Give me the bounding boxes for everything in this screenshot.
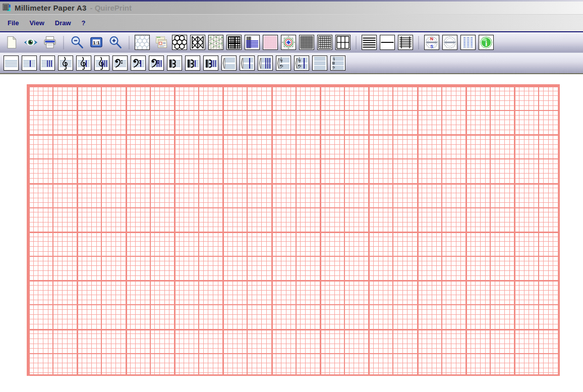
print-preview-button[interactable] <box>23 34 39 50</box>
treble-staff-bars-button[interactable] <box>94 55 109 71</box>
paper-ledger-button[interactable] <box>398 35 413 50</box>
new-page-icon <box>5 35 19 49</box>
multi-staff-icon <box>313 56 327 70</box>
title-bar: Millimeter Paper A3 - QuirePrint <box>0 2 583 14</box>
zoom-actual-icon: 1:1 <box>89 35 103 49</box>
app-window: Millimeter Paper A3 - QuirePrint FileVie… <box>0 0 583 392</box>
menu-item-help[interactable]: ? <box>82 19 86 27</box>
treble-staff-button[interactable] <box>58 55 73 71</box>
main-toolbar: 1:1NSi <box>0 32 583 53</box>
zoom-out-icon <box>70 35 84 49</box>
paper-triangle-button[interactable] <box>190 35 205 50</box>
page-setup-icon <box>154 35 168 49</box>
window-title: Millimeter Paper A3 <box>15 4 86 12</box>
bass-staff-button[interactable] <box>112 55 128 71</box>
multi-staff-button[interactable] <box>312 55 327 71</box>
printer-icon <box>43 35 57 49</box>
staff-icon <box>4 56 18 70</box>
ledger-icon <box>398 35 413 49</box>
protractor-button[interactable] <box>442 35 457 50</box>
menu-item-draw[interactable]: Draw <box>55 19 71 27</box>
paper-two-section-button[interactable] <box>380 35 395 50</box>
menu-item-file[interactable]: File <box>8 19 19 27</box>
staff-bar-button[interactable] <box>22 55 37 71</box>
grand-staff-bar-icon <box>240 56 254 70</box>
circles-pattern-icon <box>135 35 149 49</box>
alto-staff-bars-icon <box>204 56 218 70</box>
paper-semilog-button[interactable] <box>245 35 260 50</box>
staff-plain-button[interactable] <box>4 55 19 71</box>
page-setup-button[interactable] <box>153 34 169 50</box>
loglog-grid-icon <box>227 35 241 49</box>
fine-grid-icon <box>300 35 314 49</box>
paper-grid-fine-button[interactable] <box>299 35 314 50</box>
toolbar-separator <box>129 36 130 49</box>
bass-staff-bar-icon <box>131 56 145 70</box>
piano-staff-button[interactable] <box>276 55 291 71</box>
piano-staff-bar-icon <box>295 56 309 70</box>
window-title-suffix: - QuirePrint <box>90 4 132 12</box>
alto-staff-button[interactable] <box>167 55 182 71</box>
zoom-in-button[interactable] <box>107 34 124 50</box>
paper-loglog-button[interactable] <box>226 35 242 50</box>
svg-text:1:1: 1:1 <box>93 40 100 45</box>
grand-staff-button[interactable] <box>221 55 237 71</box>
alto-staff-bar-button[interactable] <box>185 55 200 71</box>
paper-grid-coarse-button[interactable] <box>335 35 351 50</box>
preview-eye-icon <box>24 35 38 49</box>
paper-millimeter-button[interactable] <box>263 35 278 50</box>
music-paper-toolbar <box>0 53 583 74</box>
menu-item-view[interactable]: View <box>29 19 44 27</box>
grand-staff-bars-button[interactable] <box>258 55 273 71</box>
zoom-in-icon <box>108 35 123 49</box>
paper-circles-button[interactable] <box>135 35 150 50</box>
treble-staff-bar-button[interactable] <box>76 55 91 71</box>
multi-staff-clefs-button[interactable] <box>330 55 345 71</box>
grand-staff-bars-icon <box>258 56 272 70</box>
bass-staff-icon <box>113 56 127 70</box>
toolbar-separator <box>418 36 419 49</box>
bass-staff-bar-button[interactable] <box>131 55 146 71</box>
medium-grid-icon <box>318 35 332 49</box>
millimeter-grid-icon <box>263 35 277 49</box>
triangle-grid-icon <box>191 35 205 49</box>
compass-icon: NS <box>425 35 439 49</box>
vertical-rulers-icon <box>461 35 475 49</box>
zoom-out-button[interactable] <box>69 34 85 50</box>
staff-bars-button[interactable] <box>40 55 55 71</box>
paper-polar-button[interactable] <box>281 35 296 50</box>
paper-hexagon-button[interactable] <box>172 35 187 50</box>
multi-staff-clefs-icon <box>331 56 345 70</box>
bass-staff-bars-icon <box>149 56 163 70</box>
alto-staff-icon <box>167 56 182 70</box>
menu-bar: FileViewDraw? <box>0 14 583 31</box>
millimeter-paper-page <box>27 84 560 376</box>
two-section-icon <box>380 35 394 49</box>
app-icon <box>3 4 11 12</box>
compass-rose-button[interactable]: NS <box>424 35 439 50</box>
protractor-icon <box>443 35 457 49</box>
treble-staff-bar-icon <box>77 56 91 70</box>
alto-staff-bars-button[interactable] <box>203 55 218 71</box>
print-button[interactable] <box>42 34 58 50</box>
paper-lined-button[interactable] <box>362 35 377 50</box>
lined-paper-icon <box>362 35 376 49</box>
grand-staff-bar-button[interactable] <box>240 55 255 71</box>
zoom-actual-button[interactable]: 1:1 <box>88 34 104 50</box>
polar-grid-icon <box>281 35 296 49</box>
paper-grid-medium-button[interactable] <box>317 35 332 50</box>
info-icon: i <box>479 35 493 49</box>
toolbar-separator <box>356 36 357 49</box>
paper-ruler-columns-button[interactable] <box>460 35 476 50</box>
coarse-grid-icon <box>336 35 350 49</box>
about-info-button[interactable]: i <box>479 35 494 50</box>
toolbar-separator <box>63 36 64 49</box>
piano-staff-bar-button[interactable] <box>294 55 309 71</box>
grand-staff-icon <box>222 56 236 70</box>
hexagon-grid-icon <box>172 35 187 49</box>
isometric-dots-icon <box>209 35 223 49</box>
piano-staff-icon <box>276 56 290 70</box>
bass-staff-bars-button[interactable] <box>149 55 164 71</box>
new-page-button[interactable] <box>4 34 20 50</box>
paper-isometric-button[interactable] <box>208 35 223 50</box>
